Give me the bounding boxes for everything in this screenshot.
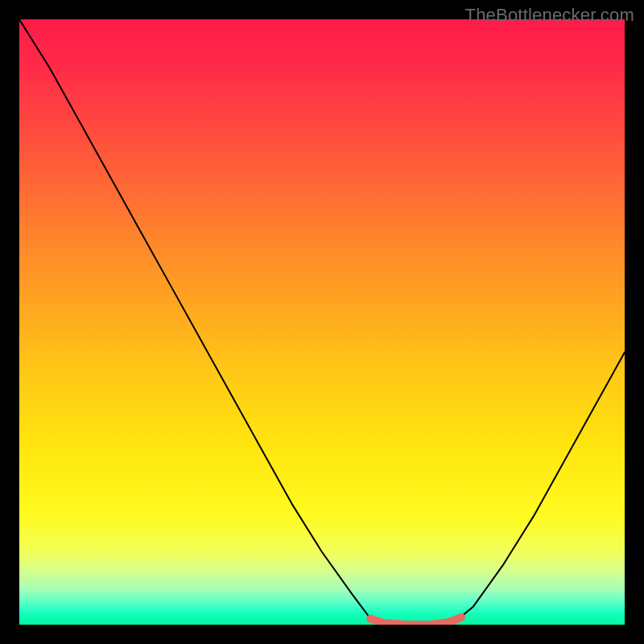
watermark-text: TheBottlenecker.com (465, 5, 634, 26)
chart-svg (19, 19, 625, 625)
chart-plot-area (19, 19, 625, 625)
chart-curve-highlight (370, 617, 461, 625)
chart-curve-main (19, 19, 625, 625)
